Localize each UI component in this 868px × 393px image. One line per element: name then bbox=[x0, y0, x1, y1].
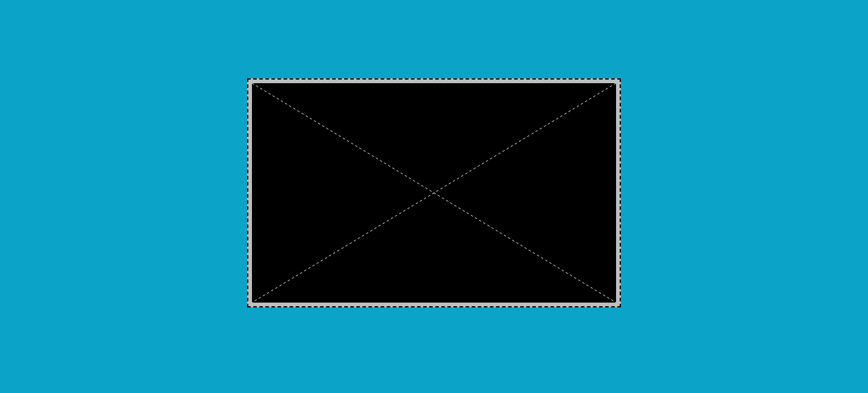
image-placeholder bbox=[247, 78, 621, 307]
image-placeholder-inner bbox=[252, 83, 616, 303]
placeholder-x-icon bbox=[252, 83, 616, 303]
